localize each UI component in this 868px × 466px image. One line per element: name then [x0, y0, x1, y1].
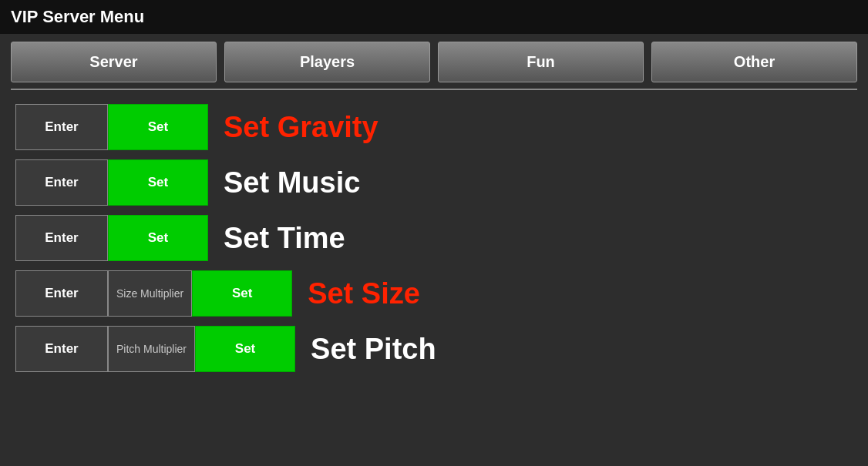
enter-button-music[interactable]: Enter [15, 159, 108, 206]
enter-button-pitch[interactable]: Enter [15, 326, 108, 372]
title-bar: VIP Server Menu [0, 0, 868, 34]
row-time: EnterSetSet Time [15, 215, 853, 261]
row-gravity: EnterSetSet Gravity [15, 104, 853, 150]
set-button-gravity[interactable]: Set [108, 104, 208, 150]
row-title-pitch: Set Pitch [311, 333, 436, 366]
row-size: EnterSize MultiplierSetSet Size [15, 270, 853, 317]
row-title-time: Set Time [224, 222, 345, 255]
tab-server[interactable]: Server [11, 42, 217, 82]
row-pitch: EnterPitch MultiplierSetSet Pitch [15, 326, 853, 372]
content-area: EnterSetSet GravityEnterSetSet MusicEnte… [0, 90, 868, 386]
enter-button-size[interactable]: Enter [15, 270, 108, 317]
enter-button-time[interactable]: Enter [15, 215, 108, 261]
extra-label-pitch: Pitch Multiplier [108, 326, 195, 372]
row-title-size: Set Size [308, 277, 420, 310]
row-title-gravity: Set Gravity [224, 111, 378, 144]
set-button-pitch[interactable]: Set [195, 326, 295, 372]
extra-label-size: Size Multiplier [108, 270, 192, 317]
row-music: EnterSetSet Music [15, 159, 853, 206]
set-button-size[interactable]: Set [192, 270, 292, 317]
row-title-music: Set Music [224, 166, 360, 199]
app-title: VIP Server Menu [11, 7, 144, 27]
tab-players[interactable]: Players [224, 42, 430, 82]
tab-bar: ServerPlayersFunOther [0, 34, 868, 82]
enter-button-gravity[interactable]: Enter [15, 104, 108, 150]
tab-other[interactable]: Other [651, 42, 857, 82]
set-button-music[interactable]: Set [108, 159, 208, 206]
tab-fun[interactable]: Fun [438, 42, 644, 82]
set-button-time[interactable]: Set [108, 215, 208, 261]
